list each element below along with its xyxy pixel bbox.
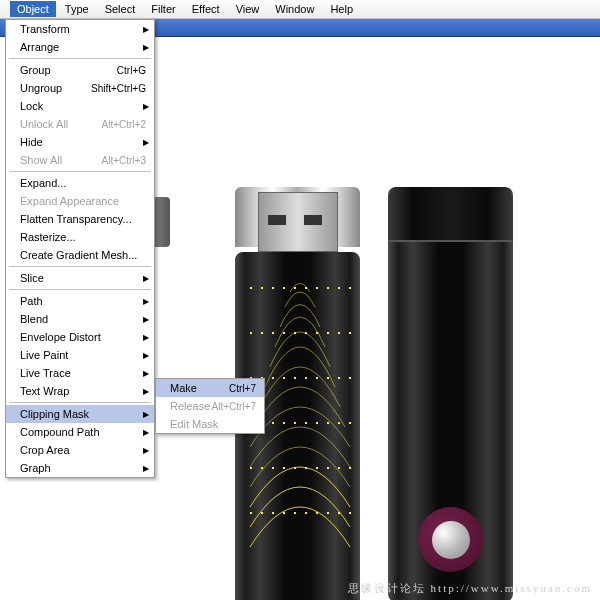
menu-separator <box>9 402 151 403</box>
submenu-arrow-icon: ▶ <box>143 43 149 52</box>
menubar-item-window[interactable]: Window <box>268 1 321 17</box>
menu-item-label: Clipping Mask <box>20 408 89 420</box>
menu-item-label: Path <box>20 295 43 307</box>
object-menu-create-gradient-mesh-[interactable]: Create Gradient Mesh... <box>6 246 154 264</box>
menubar-item-help[interactable]: Help <box>323 1 360 17</box>
submenu-arrow-icon: ▶ <box>143 428 149 437</box>
menu-item-shortcut: Shift+Ctrl+G <box>91 83 146 94</box>
submenu-arrow-icon: ▶ <box>143 138 149 147</box>
submenu-arrow-icon: ▶ <box>143 464 149 473</box>
menu-separator <box>9 289 151 290</box>
object-menu-arrange[interactable]: Arrange▶ <box>6 38 154 56</box>
object-menu-rasterize-[interactable]: Rasterize... <box>6 228 154 246</box>
menu-separator <box>9 266 151 267</box>
menu-item-label: Envelope Distort <box>20 331 101 343</box>
submenu-arrow-icon: ▶ <box>143 102 149 111</box>
object-menu-ungroup[interactable]: UngroupShift+Ctrl+G <box>6 79 154 97</box>
menu-item-label: Arrange <box>20 41 59 53</box>
menu-item-label: Rasterize... <box>20 231 76 243</box>
menu-item-label: Lock <box>20 100 43 112</box>
menu-item-shortcut: Alt+Ctrl+7 <box>212 401 256 412</box>
submenu-arrow-icon: ▶ <box>143 351 149 360</box>
object-menu-hide[interactable]: Hide▶ <box>6 133 154 151</box>
object-menu-show-all: Show AllAlt+Ctrl+3 <box>6 151 154 169</box>
menu-item-label: Ungroup <box>20 82 62 94</box>
submenu-arrow-icon: ▶ <box>143 446 149 455</box>
menu-item-label: Show All <box>20 154 62 166</box>
menubar-item-select[interactable]: Select <box>98 1 143 17</box>
object-menu-envelope-distort[interactable]: Envelope Distort▶ <box>6 328 154 346</box>
menu-item-label: Flatten Transparency... <box>20 213 132 225</box>
menu-item-label: Group <box>20 64 51 76</box>
menu-item-label: Blend <box>20 313 48 325</box>
clipping-submenu-make[interactable]: MakeCtrl+7 <box>156 379 264 397</box>
usb-cap-right[interactable] <box>388 187 513 242</box>
menubar-item-filter[interactable]: Filter <box>144 1 182 17</box>
menu-item-label: Live Trace <box>20 367 71 379</box>
submenu-arrow-icon: ▶ <box>143 410 149 419</box>
menu-item-label: Unlock All <box>20 118 68 130</box>
menu-item-label: Edit Mask <box>170 418 218 430</box>
menu-item-shortcut: Alt+Ctrl+2 <box>102 119 146 130</box>
object-menu-compound-path[interactable]: Compound Path▶ <box>6 423 154 441</box>
menu-item-label: Slice <box>20 272 44 284</box>
usb-button-ring[interactable] <box>418 507 483 572</box>
menubar: ObjectTypeSelectFilterEffectViewWindowHe… <box>0 0 600 19</box>
menu-item-label: Hide <box>20 136 43 148</box>
object-menu-crop-area[interactable]: Crop Area▶ <box>6 441 154 459</box>
object-menu-flatten-transparency-[interactable]: Flatten Transparency... <box>6 210 154 228</box>
object-menu-live-trace[interactable]: Live Trace▶ <box>6 364 154 382</box>
menubar-item-effect[interactable]: Effect <box>185 1 227 17</box>
menu-item-shortcut: Ctrl+7 <box>229 383 256 394</box>
menu-item-label: Live Paint <box>20 349 68 361</box>
menu-item-label: Transform <box>20 23 70 35</box>
submenu-arrow-icon: ▶ <box>143 274 149 283</box>
watermark-text: 思缘设计论坛 http://www.missyuan.com <box>348 581 592 596</box>
object-menu-slice[interactable]: Slice▶ <box>6 269 154 287</box>
menu-item-label: Make <box>170 382 197 394</box>
menu-item-shortcut: Alt+Ctrl+3 <box>102 155 146 166</box>
menu-item-label: Crop Area <box>20 444 70 456</box>
submenu-arrow-icon: ▶ <box>143 369 149 378</box>
menu-item-label: Compound Path <box>20 426 100 438</box>
submenu-arrow-icon: ▶ <box>143 25 149 34</box>
object-menu-expand-[interactable]: Expand... <box>6 174 154 192</box>
object-menu-blend[interactable]: Blend▶ <box>6 310 154 328</box>
menu-separator <box>9 58 151 59</box>
object-menu-text-wrap[interactable]: Text Wrap▶ <box>6 382 154 400</box>
clipping-submenu-release: ReleaseAlt+Ctrl+7 <box>156 397 264 415</box>
object-menu-unlock-all: Unlock AllAlt+Ctrl+2 <box>6 115 154 133</box>
menu-item-label: Release <box>170 400 210 412</box>
menu-item-label: Expand... <box>20 177 66 189</box>
object-menu-group[interactable]: GroupCtrl+G <box>6 61 154 79</box>
menu-item-label: Graph <box>20 462 51 474</box>
usb-button-sphere <box>432 521 470 559</box>
menu-item-label: Expand Appearance <box>20 195 119 207</box>
submenu-arrow-icon: ▶ <box>143 297 149 306</box>
menubar-item-view[interactable]: View <box>229 1 267 17</box>
object-menu-live-paint[interactable]: Live Paint▶ <box>6 346 154 364</box>
menubar-item-object[interactable]: Object <box>10 1 56 17</box>
object-menu-lock[interactable]: Lock▶ <box>6 97 154 115</box>
object-menu-graph[interactable]: Graph▶ <box>6 459 154 477</box>
menubar-item-type[interactable]: Type <box>58 1 96 17</box>
object-menu-transform[interactable]: Transform▶ <box>6 20 154 38</box>
clipping-mask-submenu: MakeCtrl+7ReleaseAlt+Ctrl+7Edit Mask <box>155 378 265 434</box>
submenu-arrow-icon: ▶ <box>143 315 149 324</box>
menu-item-shortcut: Ctrl+G <box>117 65 146 76</box>
submenu-arrow-icon: ▶ <box>143 333 149 342</box>
object-menu-clipping-mask[interactable]: Clipping Mask▶ <box>6 405 154 423</box>
submenu-arrow-icon: ▶ <box>143 387 149 396</box>
object-menu-dropdown: Transform▶Arrange▶GroupCtrl+GUngroupShif… <box>5 19 155 478</box>
usb-connector-holes <box>268 215 322 225</box>
menu-separator <box>9 171 151 172</box>
menu-item-label: Create Gradient Mesh... <box>20 249 137 261</box>
object-menu-path[interactable]: Path▶ <box>6 292 154 310</box>
object-menu-expand-appearance: Expand Appearance <box>6 192 154 210</box>
menu-item-label: Text Wrap <box>20 385 69 397</box>
clipping-submenu-edit-mask: Edit Mask <box>156 415 264 433</box>
